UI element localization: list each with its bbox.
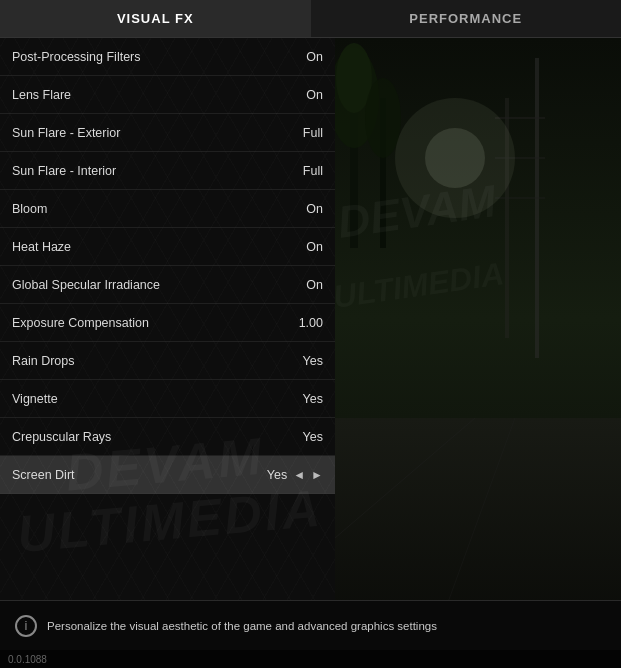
setting-name-sun-flare-exterior: Sun Flare - Exterior (12, 126, 120, 140)
setting-value-crepuscular: Yes (303, 430, 323, 444)
setting-name-vignette: Vignette (12, 392, 58, 406)
tab-bar: VISUAL FX PERFORMANCE (0, 0, 621, 38)
setting-value-post-processing: On (306, 50, 323, 64)
arrow-right-icon[interactable]: ► (311, 468, 323, 482)
main-container: VISUAL FX PERFORMANCE Post-Processing Fi… (0, 0, 621, 668)
tab-performance[interactable]: PERFORMANCE (311, 0, 622, 37)
setting-name-bloom: Bloom (12, 202, 47, 216)
setting-value-text-screen-dirt: Yes (267, 468, 287, 482)
version-bar: 0.0.1088 (0, 650, 621, 668)
right-panel: DEVAM ULTIMEDIA (335, 38, 621, 600)
setting-value-vignette: Yes (303, 392, 323, 406)
setting-row-sun-flare-exterior[interactable]: Sun Flare - Exterior Full (0, 114, 335, 152)
svg-point-6 (365, 78, 401, 158)
setting-name-global-specular: Global Specular Irradiance (12, 278, 160, 292)
setting-name-screen-dirt: Screen Dirt (12, 468, 75, 482)
setting-row-crepuscular[interactable]: Crepuscular Rays Yes (0, 418, 335, 456)
setting-row-heat-haze[interactable]: Heat Haze On (0, 228, 335, 266)
arrow-left-icon[interactable]: ◄ (293, 468, 305, 482)
setting-row-lens-flare[interactable]: Lens Flare On (0, 76, 335, 114)
setting-value-exposure: 1.00 (299, 316, 323, 330)
setting-value-sun-flare-exterior: Full (303, 126, 323, 140)
setting-name-exposure: Exposure Compensation (12, 316, 149, 330)
setting-value-rain-drops: Yes (303, 354, 323, 368)
version-number: 0.0.1088 (8, 654, 47, 665)
setting-row-screen-dirt[interactable]: Screen Dirt Yes ◄ ► (0, 456, 335, 494)
info-icon: i (15, 615, 37, 637)
bottom-bar: i Personalize the visual aesthetic of th… (0, 600, 621, 650)
tab-visual-fx-label: VISUAL FX (117, 11, 194, 26)
setting-row-rain-drops[interactable]: Rain Drops Yes (0, 342, 335, 380)
info-icon-symbol: i (25, 618, 28, 633)
setting-value-lens-flare: On (306, 88, 323, 102)
tab-visual-fx[interactable]: VISUAL FX (0, 0, 311, 37)
background-scene: DEVAM ULTIMEDIA (335, 38, 621, 600)
setting-value-screen-dirt: Yes ◄ ► (267, 468, 323, 482)
setting-name-crepuscular: Crepuscular Rays (12, 430, 111, 444)
setting-value-sun-flare-interior: Full (303, 164, 323, 178)
setting-row-exposure[interactable]: Exposure Compensation 1.00 (0, 304, 335, 342)
setting-value-heat-haze: On (306, 240, 323, 254)
svg-rect-1 (335, 418, 621, 600)
setting-name-heat-haze: Heat Haze (12, 240, 71, 254)
setting-name-sun-flare-interior: Sun Flare - Interior (12, 164, 116, 178)
settings-list: Post-Processing Filters On Lens Flare On… (0, 38, 335, 600)
left-panel: Post-Processing Filters On Lens Flare On… (0, 38, 335, 600)
info-description: Personalize the visual aesthetic of the … (47, 620, 437, 632)
setting-row-global-specular[interactable]: Global Specular Irradiance On (0, 266, 335, 304)
setting-value-bloom: On (306, 202, 323, 216)
setting-name-post-processing: Post-Processing Filters (12, 50, 141, 64)
setting-value-global-specular: On (306, 278, 323, 292)
setting-row-bloom[interactable]: Bloom On (0, 190, 335, 228)
setting-row-sun-flare-interior[interactable]: Sun Flare - Interior Full (0, 152, 335, 190)
setting-row-post-processing[interactable]: Post-Processing Filters On (0, 38, 335, 76)
main-content: Post-Processing Filters On Lens Flare On… (0, 38, 621, 600)
scene-svg: DEVAM ULTIMEDIA (335, 38, 621, 600)
setting-row-vignette[interactable]: Vignette Yes (0, 380, 335, 418)
svg-rect-7 (535, 58, 539, 358)
setting-name-lens-flare: Lens Flare (12, 88, 71, 102)
tab-performance-label: PERFORMANCE (409, 11, 522, 26)
setting-name-rain-drops: Rain Drops (12, 354, 75, 368)
